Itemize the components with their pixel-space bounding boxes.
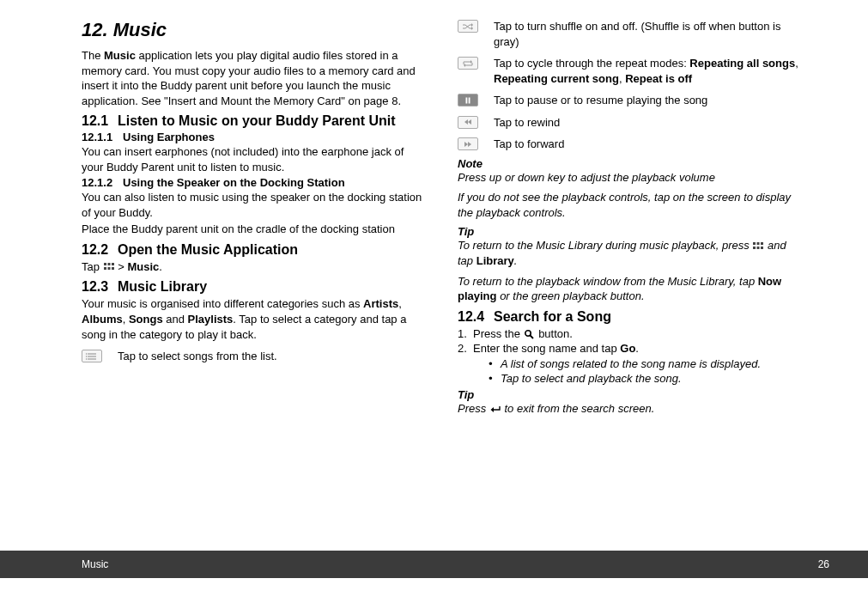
- control-row-forward: Tap to forward: [458, 137, 799, 152]
- svg-rect-15: [757, 242, 760, 245]
- forward-icon: [458, 137, 478, 150]
- svg-line-21: [530, 336, 533, 339]
- text: .: [159, 260, 162, 273]
- body-text: You can also listen to music using the s…: [82, 190, 423, 220]
- text: Enter the song name and tap: [473, 342, 620, 355]
- text: Press: [458, 402, 489, 415]
- text: ,: [398, 297, 402, 310]
- svg-rect-4: [107, 267, 110, 270]
- svg-rect-12: [466, 97, 468, 103]
- list-item: 2. Enter the song name and tap Go. A lis…: [458, 341, 799, 387]
- control-desc: Tap to turn shuffle on and off. (Shuffle…: [494, 19, 799, 49]
- tip-body: To return to the playback window from th…: [458, 274, 799, 304]
- numbered-list: 1. Press the button. 2. Enter the song n…: [458, 326, 799, 387]
- text: and: [163, 313, 188, 326]
- repeat-icon: [458, 57, 478, 70]
- text: To return to the Music Library during mu…: [458, 239, 752, 252]
- footer-page-number: 26: [818, 558, 829, 570]
- svg-rect-5: [112, 267, 114, 270]
- svg-rect-13: [469, 97, 470, 103]
- section-12-2: 12.2 Open the Music Application: [82, 242, 423, 258]
- item-body: Press the button.: [473, 326, 573, 342]
- left-column: 12. Music The Music application lets you…: [82, 19, 423, 524]
- tip-body: To return to the Music Library during mu…: [458, 238, 799, 268]
- text: .: [635, 342, 639, 355]
- text: ,: [123, 313, 129, 326]
- text: Your music is organised into different c…: [82, 297, 363, 310]
- body-text: Your music is organised into different c…: [82, 296, 423, 342]
- svg-rect-17: [753, 247, 756, 249]
- text: button.: [536, 327, 573, 340]
- apps-grid-icon: [103, 262, 115, 272]
- section-12-4: 12.4 Search for a Song: [458, 309, 799, 325]
- section-12-1-2: 12.1.2 Using the Speaker on the Docking …: [82, 176, 423, 189]
- item-number: 2.: [458, 341, 473, 387]
- text: or the green playback button.: [497, 289, 645, 302]
- section-12-1-1: 12.1.1 Using Earphones: [82, 131, 423, 143]
- bottom-margin: [0, 578, 868, 609]
- text-bold: Repeating current song: [494, 72, 619, 85]
- text-bold: Go: [620, 342, 635, 355]
- text: Tap: [82, 260, 103, 273]
- text-bold: Music: [127, 260, 159, 273]
- subsection-title: Using the Speaker on the Docking Station: [123, 176, 345, 189]
- svg-rect-14: [753, 242, 756, 245]
- sub-list-item: A list of songs related to the song name…: [489, 356, 799, 372]
- item-number: 1.: [458, 326, 473, 342]
- section-number: 12.3: [82, 279, 118, 295]
- subsection-number: 12.1.1: [82, 131, 123, 143]
- section-number: 12.1: [82, 113, 118, 129]
- sub-list-item: Tap to select and playback the song.: [489, 371, 799, 387]
- text: to exit from the search screen.: [501, 402, 654, 415]
- section-title: Search for a Song: [494, 309, 799, 325]
- svg-rect-1: [107, 263, 110, 265]
- svg-point-9: [86, 353, 87, 354]
- text: >: [115, 260, 128, 273]
- svg-point-10: [86, 356, 87, 356]
- section-title: Open the Music Application: [118, 242, 423, 258]
- body-text: Place the Buddy parent unit on the cradl…: [82, 222, 423, 237]
- section-number: 12.4: [458, 309, 494, 325]
- section-number: 12.2: [82, 242, 118, 258]
- section-12-3: 12.3 Music Library: [82, 279, 423, 295]
- control-desc: Tap to cycle through the repeat modes: R…: [494, 56, 799, 86]
- intro-paragraph: The Music application lets you play digi…: [82, 48, 423, 108]
- control-desc: Tap to forward: [494, 137, 799, 152]
- body-text: You can insert earphones (not included) …: [82, 144, 423, 174]
- svg-point-11: [86, 358, 87, 359]
- footer-section: Music: [82, 558, 108, 570]
- section-title: Listen to Music on your Buddy Parent Uni…: [118, 113, 423, 129]
- rewind-icon: [458, 116, 478, 129]
- control-row-shuffle: Tap to turn shuffle on and off. (Shuffle…: [458, 19, 799, 49]
- svg-rect-0: [104, 263, 106, 265]
- back-arrow-icon: [489, 404, 501, 414]
- svg-rect-19: [761, 247, 763, 249]
- columns: 12. Music The Music application lets you…: [82, 19, 799, 524]
- text-bold: Artists: [363, 297, 398, 310]
- item-body: Enter the song name and tap Go. A list o…: [473, 341, 799, 387]
- note-body: If you do not see the playback controls,…: [458, 190, 799, 220]
- tip-heading: Tip: [458, 225, 799, 238]
- apps-grid-icon: [752, 241, 764, 252]
- control-desc: Tap to rewind: [494, 115, 799, 131]
- control-row-repeat: Tap to cycle through the repeat modes: R…: [458, 56, 799, 86]
- subsection-number: 12.1.2: [82, 176, 123, 189]
- right-column: Tap to turn shuffle on and off. (Shuffle…: [458, 19, 799, 524]
- text-bold: Repeating all songs: [689, 57, 795, 70]
- control-row-rewind: Tap to rewind: [458, 115, 799, 131]
- chapter-title: 12. Music: [82, 19, 423, 41]
- tip-body: Press to exit from the search screen.: [458, 401, 799, 417]
- list-icon: [82, 350, 102, 362]
- control-row-pause: Tap to pause or to resume playing the so…: [458, 93, 799, 108]
- text-bold: Repeat is off: [625, 72, 692, 85]
- svg-rect-16: [761, 242, 763, 245]
- section-title: Music Library: [118, 279, 423, 295]
- text: ,: [795, 57, 798, 70]
- svg-point-20: [525, 331, 530, 336]
- sub-list: A list of songs related to the song name…: [489, 356, 799, 387]
- tip-heading: Tip: [458, 388, 799, 401]
- text: To return to the playback window from th…: [458, 275, 758, 288]
- text: .: [514, 254, 518, 267]
- body-text: Tap > Music.: [82, 259, 423, 275]
- text: A list of songs related to the song name…: [501, 356, 761, 372]
